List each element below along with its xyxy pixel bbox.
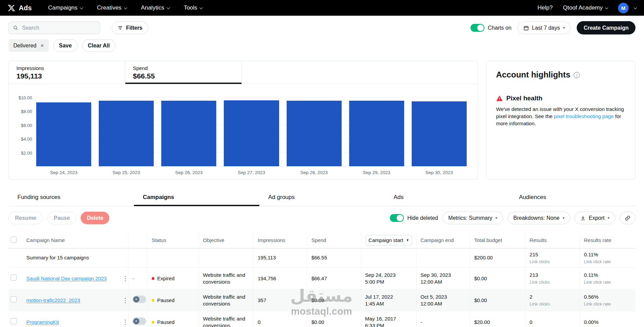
filters-icon (118, 25, 123, 31)
x-tick-label: Sep 30, 2023 (412, 170, 467, 175)
table-cell: Paused (147, 289, 198, 311)
kebab-menu-icon[interactable]: ⋮ (122, 318, 128, 326)
campaign-enable-toggle[interactable]: × (133, 296, 146, 303)
header-toggle-column (128, 232, 147, 248)
pixel-troubleshooting-link[interactable]: pixel troubleshooting page (554, 113, 614, 119)
nav-help[interactable]: Help? (537, 4, 552, 11)
table-cell (9, 289, 22, 311)
charts-toggle[interactable] (470, 24, 484, 32)
campaign-end-date: Sep 30, 2023 (421, 272, 466, 279)
avatar[interactable]: M (618, 3, 629, 13)
spend-bar[interactable] (36, 102, 91, 166)
copy-link-button[interactable] (620, 212, 635, 224)
bar-slot (36, 94, 91, 166)
spend-bar[interactable] (287, 101, 342, 166)
chart-y-axis: $2.00$4.00$6.00$8.00$10.00 (14, 94, 36, 167)
spend-bar[interactable] (412, 101, 467, 166)
campaign-end-time: 12:00 AM (421, 300, 466, 307)
x-tick-label: Sep 26, 2023 (161, 170, 216, 175)
summary-results-value: 215 (530, 251, 575, 258)
campaign-name-link[interactable]: Saudi National Day campaign 2023 (26, 275, 107, 281)
results-cell: 0 (525, 311, 580, 327)
total-budget-cell: $0.00 (470, 289, 525, 311)
campaign-row: Saudi National Day campaign 2023⋮-Expire… (9, 268, 635, 289)
calendar-icon (523, 25, 529, 31)
filters-button[interactable]: Filters (112, 22, 148, 34)
tab-funding-sources[interactable]: Funding sources (9, 190, 134, 206)
breakdowns-dropdown[interactable]: Breakdowns: None ▾ (508, 212, 571, 224)
row-checkbox[interactable] (11, 318, 17, 324)
objective-cell: Website traffic and conversions (199, 311, 254, 327)
tab-ads[interactable]: Ads (385, 190, 510, 206)
tab-impressions[interactable]: Impressions 195,113 (9, 61, 125, 84)
hide-deleted-toggle[interactable] (390, 214, 404, 222)
metrics-dropdown[interactable]: Metrics: Summary ▾ (442, 212, 503, 224)
tab-spend[interactable]: Spend $66.55 (125, 61, 242, 84)
table-cell: Paused (147, 311, 198, 327)
results-value: 213 (530, 272, 575, 279)
chart-plot-column: Sep 24, 2023Sep 25, 2023Sep 26, 2023Sep … (36, 94, 467, 175)
campaign-end-cell: Oct 5, 202312:00 AM (416, 289, 470, 311)
campaigns-table: Campaign Name Status Objective Impressio… (9, 232, 635, 327)
header-menu-column (118, 232, 128, 248)
remove-filter-icon[interactable]: × (41, 42, 44, 49)
campaign-start-sort-dropdown[interactable]: Campaign start ▾ (365, 235, 412, 245)
campaign-name-link[interactable]: ProgramingKit (26, 319, 59, 325)
clear-all-button[interactable]: Clear All (82, 39, 115, 52)
spend-bar[interactable] (224, 100, 279, 166)
results-value: 2 (530, 294, 575, 300)
impressions-tab-label: Impressions (16, 65, 118, 71)
tab-audiences[interactable]: Audiences (510, 190, 635, 206)
kebab-menu-icon[interactable]: ⋮ (122, 275, 128, 282)
spend-bar[interactable] (349, 101, 404, 166)
tab-campaigns[interactable]: Campaigns (134, 190, 259, 206)
summary-row: Summary for 15 campaigns 195,113 $66.55 … (9, 248, 635, 268)
controls-right: Charts on Last 7 days ▾ Create Campaign (470, 21, 635, 34)
nav-academy[interactable]: Qtoof Academy (563, 4, 608, 11)
metric-tabs-filler (242, 61, 478, 84)
nav-tools[interactable]: Tools (184, 4, 203, 11)
campaign-start-time: 6:33 PM (365, 322, 412, 327)
tab-ad-groups[interactable]: Ad groups (259, 190, 385, 206)
campaign-end-cell: - (416, 311, 470, 327)
results-rate-value: 0.56% (584, 294, 631, 300)
delivered-filter-chip[interactable]: Delivered × (9, 39, 49, 52)
search-input[interactable] (21, 25, 96, 31)
resume-button[interactable]: Resume (9, 212, 43, 224)
nav-analytics[interactable]: Analytics (141, 4, 169, 11)
delete-button[interactable]: Delete (81, 212, 109, 224)
export-dropdown[interactable]: Export ▾ (575, 212, 615, 224)
info-icon[interactable]: i (574, 72, 580, 78)
objective-cell: Website traffic and conversions (199, 289, 254, 311)
spend-bar[interactable] (161, 101, 216, 166)
campaign-name-link[interactable]: motion-trafic2022_2023 (26, 297, 80, 303)
pause-button[interactable]: Pause (47, 212, 76, 224)
impressions-cell: 357 (254, 289, 307, 311)
table-cell (118, 248, 128, 268)
status-label: Expired (157, 275, 175, 282)
date-range-selector[interactable]: Last 7 days ▾ (518, 22, 571, 34)
x-logo-icon[interactable] (8, 4, 15, 12)
y-tick-label: $2.00 (21, 150, 32, 155)
save-button[interactable]: Save (53, 39, 78, 52)
results-rate-value: 0.11% (584, 272, 631, 279)
kebab-menu-icon[interactable]: ⋮ (122, 297, 128, 304)
campaign-enable-toggle[interactable]: × (133, 317, 146, 325)
spend-bar[interactable] (99, 101, 154, 166)
table-cell (128, 248, 147, 268)
account-chevron-icon[interactable] (634, 6, 637, 9)
toggle-knob (477, 25, 484, 31)
toggle-off-knob-icon: × (133, 296, 139, 302)
charts-toggle-row: Charts on (470, 24, 511, 32)
table-cell (199, 248, 254, 268)
nav-creatives[interactable]: Creatives (97, 4, 127, 11)
summary-label-cell: Summary for 15 campaigns (22, 248, 118, 268)
row-checkbox[interactable] (11, 274, 17, 281)
chart-plot (36, 94, 467, 167)
row-checkbox[interactable] (11, 296, 17, 302)
nav-campaigns[interactable]: Campaigns (48, 4, 83, 11)
summary-results-rate-value: 0.11% (584, 251, 631, 258)
table-cell (9, 248, 22, 268)
select-all-checkbox[interactable] (11, 237, 17, 243)
create-campaign-button[interactable]: Create Campaign (577, 21, 635, 34)
